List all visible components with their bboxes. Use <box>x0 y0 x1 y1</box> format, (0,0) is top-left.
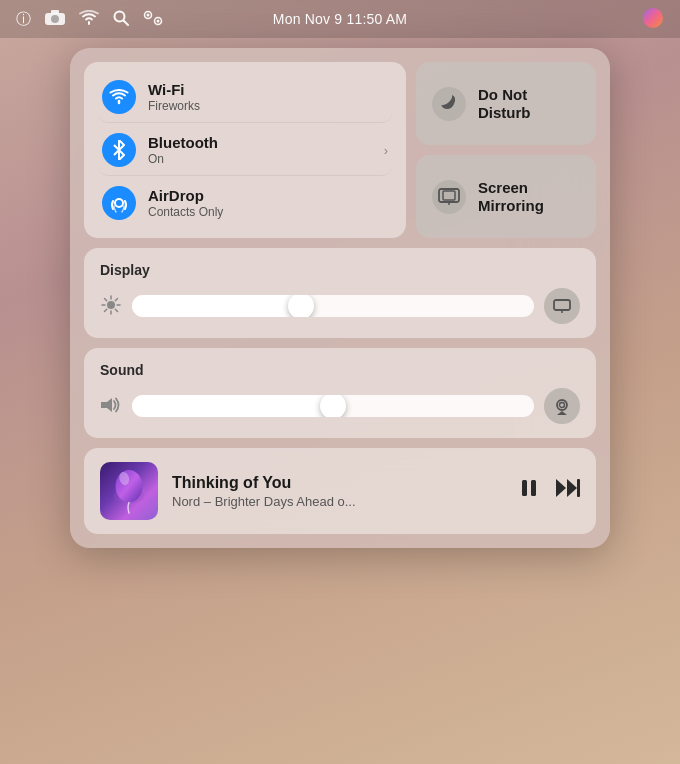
menubar-left-icons: ⓘ <box>16 10 163 29</box>
wifi-icon <box>102 80 136 114</box>
camera-icon[interactable] <box>45 10 65 29</box>
svg-point-15 <box>107 301 115 309</box>
right-tiles: Do NotDisturb ScreenMirroring <box>416 62 596 238</box>
screen-mirroring-label: ScreenMirroring <box>478 179 544 215</box>
svg-point-29 <box>560 403 565 408</box>
sound-tile: Sound <box>84 348 596 438</box>
network-tile: Wi-Fi Fireworks Bluetooth On › <box>84 62 406 238</box>
svg-line-21 <box>115 309 117 311</box>
menubar-center: Mon Nov 9 11:50 AM <box>273 11 407 27</box>
bluetooth-info: Bluetooth On <box>148 134 218 166</box>
airdrop-info: AirDrop Contacts Only <box>148 187 223 219</box>
brightness-slider[interactable] <box>132 295 534 317</box>
menubar-right <box>642 7 664 32</box>
svg-rect-37 <box>577 479 580 497</box>
control-center-panel: Wi-Fi Fireworks Bluetooth On › <box>70 48 610 548</box>
wifi-label: Wi-Fi <box>148 81 200 98</box>
svg-rect-34 <box>531 480 536 496</box>
volume-slider[interactable] <box>132 395 534 417</box>
screen-mirroring-icon <box>432 180 466 214</box>
control-center-icon[interactable] <box>143 10 163 29</box>
siri-icon[interactable] <box>642 7 664 32</box>
do-not-disturb-label: Do NotDisturb <box>478 86 531 122</box>
volume-icon <box>100 396 122 417</box>
svg-marker-36 <box>567 479 577 497</box>
do-not-disturb-tile[interactable]: Do NotDisturb <box>416 62 596 145</box>
svg-point-9 <box>643 8 663 28</box>
svg-point-6 <box>147 13 150 16</box>
now-playing-tile: Thinking of You Nord – Brighter Days Ahe… <box>84 448 596 534</box>
airdrop-label: AirDrop <box>148 187 223 204</box>
bluetooth-label: Bluetooth <box>148 134 218 151</box>
bluetooth-item[interactable]: Bluetooth On › <box>98 125 392 176</box>
svg-rect-2 <box>51 10 59 14</box>
svg-point-8 <box>157 19 160 22</box>
moon-icon <box>432 87 466 121</box>
playback-controls <box>518 477 580 505</box>
airdrop-icon <box>102 186 136 220</box>
airplay-button[interactable] <box>544 388 580 424</box>
svg-line-22 <box>115 298 117 300</box>
screen-mirroring-tile[interactable]: ScreenMirroring <box>416 155 596 238</box>
wifi-sublabel: Fireworks <box>148 99 200 113</box>
album-art <box>100 462 158 520</box>
bluetooth-sublabel: On <box>148 152 218 166</box>
sound-label: Sound <box>100 362 580 378</box>
menubar: ⓘ <box>0 0 680 38</box>
bluetooth-chevron: › <box>384 143 388 158</box>
svg-line-20 <box>105 298 107 300</box>
display-button[interactable] <box>544 288 580 324</box>
svg-line-23 <box>105 309 107 311</box>
svg-rect-12 <box>443 191 455 200</box>
top-row: Wi-Fi Fireworks Bluetooth On › <box>84 62 596 238</box>
svg-line-4 <box>124 20 129 25</box>
airdrop-item[interactable]: AirDrop Contacts Only <box>98 178 392 228</box>
brightness-icon <box>100 295 122 318</box>
pause-button[interactable] <box>518 477 540 505</box>
display-slider-row <box>100 288 580 324</box>
svg-rect-33 <box>522 480 527 496</box>
search-icon[interactable] <box>113 10 129 29</box>
wifi-item[interactable]: Wi-Fi Fireworks <box>98 72 392 123</box>
menubar-datetime: Mon Nov 9 11:50 AM <box>273 11 407 27</box>
svg-point-28 <box>557 400 567 410</box>
svg-marker-27 <box>101 398 112 412</box>
wifi-info: Wi-Fi Fireworks <box>148 81 200 113</box>
info-icon[interactable]: ⓘ <box>16 10 31 29</box>
display-label: Display <box>100 262 580 278</box>
sound-slider-row <box>100 388 580 424</box>
svg-point-31 <box>116 470 143 503</box>
svg-marker-35 <box>556 479 566 497</box>
track-artist: Nord – Brighter Days Ahead o... <box>172 494 392 509</box>
svg-point-1 <box>51 15 59 23</box>
airdrop-sublabel: Contacts Only <box>148 205 223 219</box>
svg-point-10 <box>115 199 123 207</box>
display-tile: Display <box>84 248 596 338</box>
wifi-menubar-icon[interactable] <box>79 10 99 29</box>
track-title: Thinking of You <box>172 474 504 492</box>
svg-rect-24 <box>554 300 570 310</box>
bluetooth-icon <box>102 133 136 167</box>
track-info: Thinking of You Nord – Brighter Days Ahe… <box>172 474 504 509</box>
skip-forward-button[interactable] <box>554 477 580 505</box>
